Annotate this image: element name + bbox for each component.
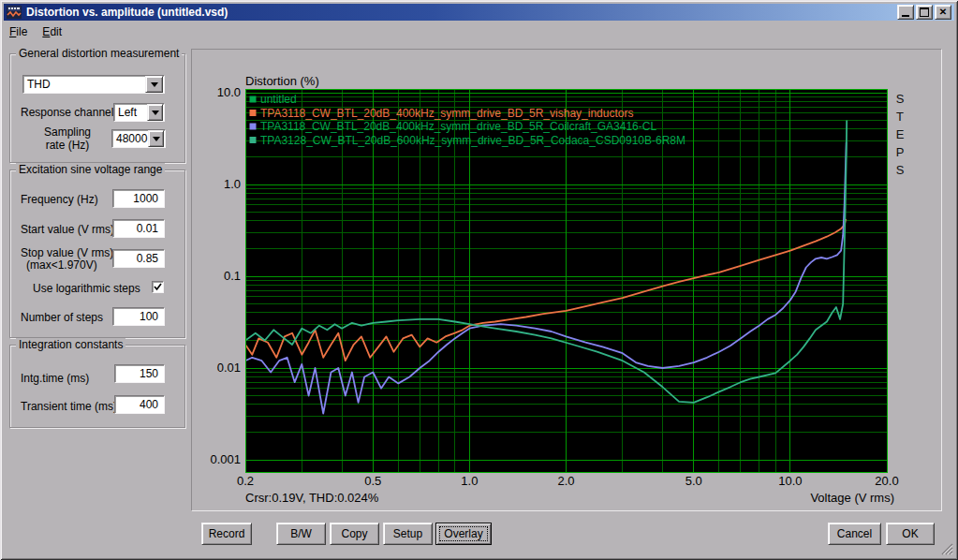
legend-label: TPA3118_CW_BTL_20dB_400kHz_symm_drive_BD… xyxy=(260,120,656,133)
window-title: Distortion vs. amplitude (untitled.vsd) xyxy=(26,6,897,19)
app-icon xyxy=(7,6,22,19)
y-tick-label: 0.001 xyxy=(210,452,241,466)
chevron-down-icon xyxy=(151,82,158,87)
menu-file[interactable]: File xyxy=(4,23,33,40)
log-steps-label: Use logarithmic steps xyxy=(33,282,140,295)
group-general-title: General distortion measurement xyxy=(16,47,182,60)
group-excitation-title: Excitation sine voltage range xyxy=(16,163,165,176)
frequency-label: Frequency (Hz) xyxy=(21,193,98,206)
transient-time-label: Transient time (ms) xyxy=(21,400,117,413)
ok-button[interactable]: OK xyxy=(886,523,935,545)
x-tick-label: 0.5 xyxy=(364,474,381,488)
sampling-rate-value: 48000 xyxy=(112,132,148,145)
steps-watermark-letter: T xyxy=(896,110,904,124)
group-integration: Integration constants xyxy=(9,345,185,428)
checkmark-icon xyxy=(154,283,162,291)
window-controls: ✕ xyxy=(897,5,951,20)
y-tick-label: 10.0 xyxy=(217,85,241,99)
legend-label: TPA3118_CW_BTL_20dB_400kHz_symm_drive_BD… xyxy=(260,107,633,120)
cursor-readout: Crsr:0.19V, THD:0.024% xyxy=(245,491,379,505)
number-of-steps-label: Number of steps xyxy=(21,311,103,324)
copy-button[interactable]: Copy xyxy=(330,523,379,545)
minimize-icon xyxy=(902,15,909,17)
intg-time-input[interactable] xyxy=(114,364,165,383)
x-tick-label: 0.2 xyxy=(237,474,254,488)
y-tick-label: 0.01 xyxy=(217,361,241,375)
overlay-button[interactable]: Overlay xyxy=(435,523,492,545)
measurement-type-dropdown-button[interactable] xyxy=(145,76,163,93)
close-button[interactable]: ✕ xyxy=(935,5,951,20)
y-tick-label: 0.1 xyxy=(224,269,241,283)
distortion-chart-panel: untitledTPA3118_CW_BTL_20dB_400kHz_symm_… xyxy=(191,49,942,511)
intg-time-label: Intg.time (ms) xyxy=(21,372,89,385)
group-integration-title: Integration constants xyxy=(16,338,125,351)
steps-watermark-letter: S xyxy=(896,163,905,177)
legend-marker xyxy=(250,96,257,103)
setup-button[interactable]: Setup xyxy=(383,523,433,545)
y-tick-label: 1.0 xyxy=(224,177,241,191)
response-channel-value: Left xyxy=(114,106,147,119)
sampling-rate-dropdown-button[interactable] xyxy=(148,130,164,147)
frequency-input[interactable] xyxy=(112,189,165,208)
steps-watermark-letter: S xyxy=(896,92,905,106)
bw-button[interactable]: B/W xyxy=(276,523,326,545)
response-channel-combo[interactable]: Left xyxy=(113,103,165,122)
maximize-icon xyxy=(920,7,929,17)
distortion-plot[interactable]: untitledTPA3118_CW_BTL_20dB_400kHz_symm_… xyxy=(192,50,941,510)
start-value-input[interactable] xyxy=(112,219,165,238)
chevron-down-icon xyxy=(153,137,160,141)
close-icon: ✕ xyxy=(939,7,947,18)
x-tick-label: 2.0 xyxy=(557,474,574,488)
response-channel-label: Response channel xyxy=(21,106,113,119)
stop-value-label: Stop value (V rms) xyxy=(21,246,113,259)
menu-edit[interactable]: Edit xyxy=(37,23,67,40)
maximize-button[interactable] xyxy=(916,5,933,20)
x-tick-label: 1.0 xyxy=(461,474,478,488)
cancel-button[interactable]: Cancel xyxy=(828,523,881,545)
legend-marker xyxy=(250,137,257,143)
app-window: Distortion vs. amplitude (untitled.vsd) … xyxy=(0,0,958,560)
x-tick-label: 5.0 xyxy=(685,474,702,488)
x-tick-label: 10.0 xyxy=(778,474,802,488)
steps-watermark-letter: P xyxy=(896,145,905,159)
record-button[interactable]: Record xyxy=(201,523,252,545)
steps-watermark-letter: E xyxy=(896,127,905,141)
stop-value-input[interactable] xyxy=(112,249,165,268)
x-tick-label: 20.0 xyxy=(875,474,898,488)
chart-title: Distortion (%) xyxy=(245,74,319,88)
response-channel-dropdown-button[interactable] xyxy=(147,104,163,121)
resize-grip[interactable] xyxy=(941,543,953,555)
legend-label: untitled xyxy=(260,93,297,106)
stop-value-sublabel: (max<1.970V) xyxy=(26,258,97,272)
chevron-down-icon xyxy=(152,111,159,115)
legend-marker xyxy=(250,124,257,130)
measurement-type-combo[interactable]: THD xyxy=(22,75,165,94)
measurement-type-value: THD xyxy=(23,78,145,91)
number-of-steps-input[interactable] xyxy=(112,307,165,326)
log-steps-checkbox[interactable] xyxy=(152,281,164,293)
titlebar: Distortion vs. amplitude (untitled.vsd) … xyxy=(4,4,954,21)
legend-marker xyxy=(250,110,257,116)
x-axis-label: Voltage (V rms) xyxy=(810,491,894,505)
minimize-button[interactable] xyxy=(897,5,914,20)
sampling-rate-combo[interactable]: 48000 xyxy=(111,129,166,148)
sampling-rate-label: Sampling rate (Hz) xyxy=(28,125,107,152)
transient-time-input[interactable] xyxy=(114,395,165,414)
legend-label: TPA3128_CW_BTL_20dB_600kHz_symm_drive_BD… xyxy=(260,134,685,147)
menubar: File Edit xyxy=(4,22,954,41)
start-value-label: Start value (V rms) xyxy=(21,223,114,236)
